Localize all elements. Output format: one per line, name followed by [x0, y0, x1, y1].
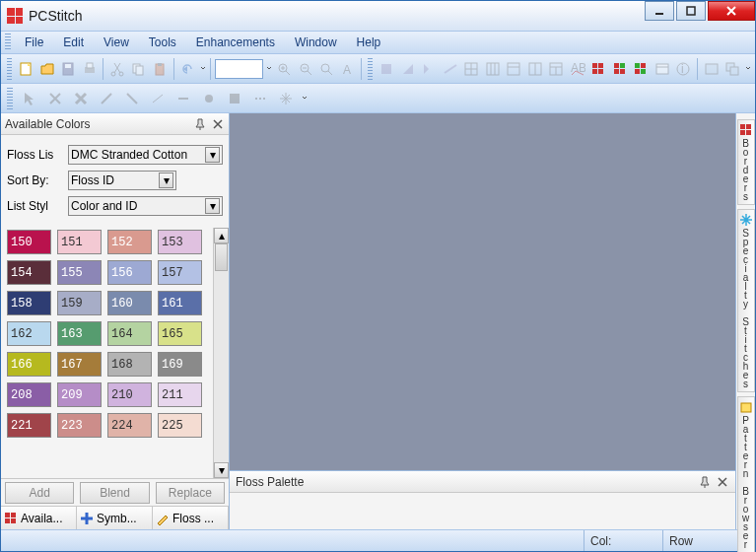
swatch-161[interactable]: 161 [158, 291, 202, 315]
add-button[interactable]: Add [5, 482, 74, 504]
dash-tool[interactable] [249, 88, 271, 109]
dot-tool[interactable] [198, 88, 220, 109]
zoom-input[interactable] [215, 59, 263, 79]
menu-tools[interactable]: Tools [139, 33, 186, 52]
scroll-up-icon[interactable]: ▴ [214, 228, 229, 243]
maximize-button[interactable] [676, 1, 706, 21]
swatch-169[interactable]: 169 [158, 352, 202, 377]
square-tool[interactable] [224, 88, 245, 109]
pin-icon[interactable] [193, 117, 207, 131]
tab-available[interactable]: Availa... [1, 507, 77, 529]
swatch-163[interactable]: 163 [57, 321, 102, 346]
pointer-tool[interactable] [19, 88, 40, 109]
swatch-150[interactable]: 150 [7, 230, 51, 254]
toolbar-grip-2[interactable] [368, 58, 373, 80]
tab-symbols[interactable]: Symb... [77, 507, 153, 529]
menu-view[interactable]: View [94, 33, 139, 52]
swatch-225[interactable]: 225 [158, 413, 202, 438]
info-button[interactable]: i [674, 58, 694, 80]
library-red-button[interactable] [589, 58, 609, 80]
zoom-out-button[interactable] [296, 58, 315, 80]
grid1-button[interactable] [462, 58, 482, 80]
sort-by-select[interactable]: Floss ID▾ [68, 171, 176, 190]
layout3-button[interactable] [547, 58, 567, 80]
swatch-208[interactable]: 208 [7, 382, 51, 407]
swatch-158[interactable]: 158 [7, 291, 51, 315]
diag1-tool[interactable] [96, 88, 117, 109]
menu-window[interactable]: Window [285, 33, 347, 52]
close-icon[interactable] [211, 117, 225, 131]
spellcheck-button[interactable]: ABC [568, 58, 587, 80]
properties-button[interactable] [653, 58, 672, 80]
menu-help[interactable]: Help [347, 33, 391, 52]
text-button[interactable]: A [338, 58, 358, 80]
layout2-button[interactable] [525, 58, 545, 80]
pin-icon[interactable] [698, 475, 712, 489]
swatch-scrollbar[interactable]: ▴ ▾ [213, 228, 229, 478]
save-button[interactable] [58, 58, 78, 80]
toolbar-grip-3[interactable] [7, 88, 13, 109]
cut-button[interactable] [107, 58, 127, 80]
open-button[interactable] [37, 58, 57, 80]
replace-button[interactable]: Replace [156, 482, 225, 504]
design-canvas[interactable] [230, 113, 735, 470]
zoom-in-button[interactable] [274, 58, 294, 80]
swatch-154[interactable]: 154 [7, 260, 51, 285]
stitch-full-button[interactable] [377, 58, 396, 80]
swatch-162[interactable]: 162 [7, 321, 51, 346]
minimize-button[interactable] [645, 1, 674, 21]
swatch-156[interactable]: 156 [107, 260, 152, 285]
tab-specialty-stitches[interactable]: Specialty Stitches [737, 209, 755, 392]
blend-button[interactable]: Blend [80, 482, 149, 504]
tab-floss[interactable]: Floss ... [153, 507, 229, 529]
library-green-button[interactable] [610, 58, 630, 80]
undo-button[interactable] [178, 58, 198, 80]
swatch-166[interactable]: 166 [7, 352, 51, 377]
line-tool[interactable] [147, 88, 169, 109]
scroll-thumb[interactable] [215, 243, 228, 271]
cross-bold-tool[interactable] [70, 88, 92, 109]
menubar-grip[interactable] [5, 34, 11, 51]
paste-button[interactable] [150, 58, 170, 80]
scroll-down-icon[interactable]: ▾ [214, 462, 229, 478]
library-mix-button[interactable] [632, 58, 652, 80]
copy-button[interactable] [129, 58, 149, 80]
close-button[interactable] [708, 1, 755, 21]
swatch-152[interactable]: 152 [107, 230, 152, 254]
list-style-select[interactable]: Color and ID▾ [68, 196, 223, 216]
swatch-209[interactable]: 209 [57, 382, 102, 407]
toolbar-grip-1[interactable] [7, 58, 12, 80]
window-cascade-button[interactable] [723, 58, 743, 80]
swatch-210[interactable]: 210 [107, 382, 152, 407]
swatch-157[interactable]: 157 [158, 260, 202, 285]
window-button[interactable] [702, 58, 722, 80]
swatch-155[interactable]: 155 [57, 260, 102, 285]
swatch-224[interactable]: 224 [107, 413, 152, 438]
stitch-quarter-button[interactable] [420, 58, 440, 80]
new-button[interactable] [16, 58, 35, 80]
backstitch-button[interactable] [441, 58, 460, 80]
swatch-167[interactable]: 167 [57, 352, 102, 377]
layout1-button[interactable] [505, 58, 524, 80]
zoom-fit-button[interactable] [316, 58, 336, 80]
menu-enhancements[interactable]: Enhancements [186, 33, 285, 52]
swatch-211[interactable]: 211 [158, 382, 202, 407]
swatch-221[interactable]: 221 [7, 413, 51, 438]
menu-file[interactable]: File [15, 33, 53, 52]
swatch-151[interactable]: 151 [57, 230, 102, 254]
swatch-168[interactable]: 168 [107, 352, 152, 377]
tab-borders[interactable]: Borders [737, 119, 755, 205]
stitch-half-button[interactable] [398, 58, 418, 80]
diag2-tool[interactable] [121, 88, 143, 109]
swatch-164[interactable]: 164 [107, 321, 152, 346]
tab-pattern-browser[interactable]: Pattern Browser [737, 396, 755, 552]
floss-list-select[interactable]: DMC Stranded Cotton▾ [68, 145, 223, 165]
swatch-160[interactable]: 160 [107, 291, 152, 315]
menu-edit[interactable]: Edit [53, 33, 94, 52]
grid2-button[interactable] [483, 58, 503, 80]
swatch-223[interactable]: 223 [57, 413, 102, 438]
swatch-165[interactable]: 165 [158, 321, 202, 346]
swatch-153[interactable]: 153 [158, 230, 202, 254]
line2-tool[interactable] [172, 88, 194, 109]
swatch-159[interactable]: 159 [57, 291, 102, 315]
